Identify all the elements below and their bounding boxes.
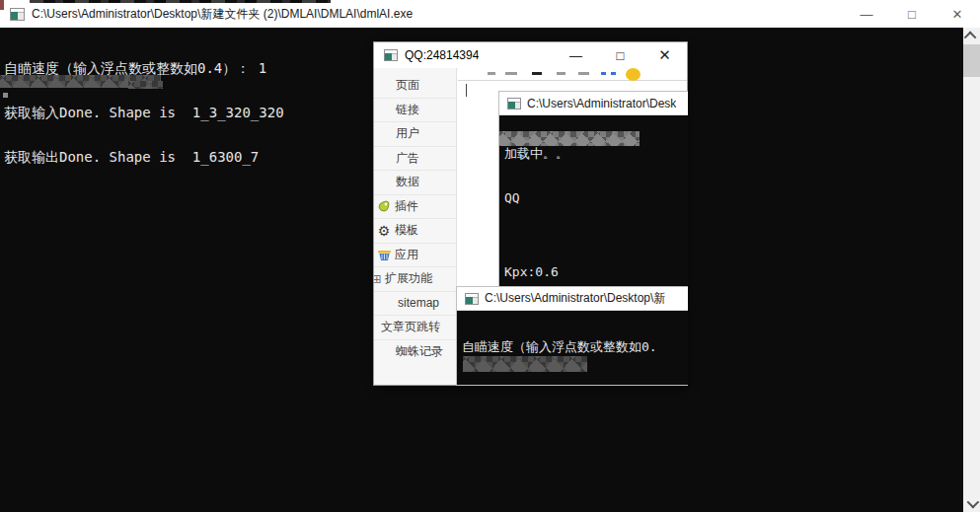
console-line: Kpx:0.6 bbox=[504, 264, 599, 279]
sidebar-item-templates[interactable]: ⚙ 模板 bbox=[374, 219, 456, 244]
yellow-status-icon bbox=[626, 68, 641, 81]
clipped-toolbar-strip bbox=[458, 68, 687, 81]
toolbar-fragment bbox=[505, 72, 517, 75]
sidebar-item-label: 页面 bbox=[396, 77, 419, 94]
console2-titlebar[interactable]: C:\Users\Administrator\Desktop\新 bbox=[457, 287, 688, 311]
sidebar-item-sitemap[interactable]: sitemap bbox=[374, 292, 456, 317]
text-caret bbox=[466, 84, 467, 97]
sidebar-item-label: 用户 bbox=[396, 125, 419, 142]
chevron-up-icon bbox=[964, 32, 977, 44]
console1-titlebar[interactable]: C:\Users\Administrator\Desk bbox=[499, 92, 688, 115]
sidebar-item-label: 广告 bbox=[396, 150, 419, 167]
toolbar-fragment-blue bbox=[601, 72, 606, 75]
chevron-down-icon bbox=[967, 496, 980, 509]
sidebar-item-label: 数据 bbox=[396, 174, 419, 190]
console2-output: 自瞄速度（输入浮点数或整数如0. 获取输入Done. Shape is 1_3_… bbox=[462, 310, 683, 386]
console-window-icon bbox=[507, 98, 521, 110]
qq-window-titlebar[interactable]: QQ:24814394 — □ ✕ bbox=[374, 42, 687, 69]
qq-window-title: QQ:24814394 bbox=[405, 48, 479, 62]
background-window-artifact-red bbox=[0, 0, 4, 10]
minimize-button[interactable]: — bbox=[844, 0, 889, 28]
window-icon bbox=[384, 49, 398, 61]
maximize-button[interactable]: □ bbox=[889, 0, 935, 28]
close-button[interactable]: ✕ bbox=[642, 42, 687, 68]
redacted-text bbox=[128, 81, 163, 89]
console1-title: C:\Users\Administrator\Desk bbox=[527, 97, 676, 110]
console-cursor bbox=[3, 93, 8, 98]
scrollbar-thumb[interactable] bbox=[963, 44, 980, 77]
extension-icon: ⊞ bbox=[374, 271, 382, 287]
sidebar-item-plugins[interactable]: 插件 bbox=[374, 195, 456, 220]
sidebar-item-label: 链接 bbox=[396, 102, 419, 118]
main-window-title: C:\Users\Administrator\Desktop\新建文件夹 (2)… bbox=[32, 6, 413, 23]
sidebar-item-label: 应用 bbox=[395, 247, 418, 263]
sidebar-item-apps[interactable]: 应用 bbox=[374, 244, 456, 268]
toolbar-fragment bbox=[578, 72, 589, 75]
sidebar-item-label: sitemap bbox=[398, 296, 439, 310]
console-line: 获取输入Done. Shape is 1_3_320_320 bbox=[4, 106, 284, 120]
desktop-screen: C:\Users\Administrator\Desktop\新建文件夹 (2)… bbox=[0, 0, 980, 512]
gear-icon: ⚙ bbox=[376, 223, 392, 239]
minimize-button[interactable]: — bbox=[554, 42, 598, 68]
sidebar-item-label: 扩展功能 bbox=[385, 270, 432, 287]
console-line: 加载中。。 bbox=[504, 146, 599, 161]
redacted-text bbox=[499, 131, 640, 146]
sidebar-item-extensions[interactable]: ⊞ 扩展功能 bbox=[374, 267, 456, 292]
sidebar-item-spider-log[interactable]: 蜘蛛记录 bbox=[374, 340, 456, 365]
toolbar-fragment-blue bbox=[611, 72, 616, 75]
qq-window-controls: — □ ✕ bbox=[554, 42, 687, 68]
console-window-1: C:\Users\Administrator\Desk 加载中。。 QQ Kpx… bbox=[498, 91, 688, 303]
scroll-down-button[interactable] bbox=[963, 495, 980, 512]
sidebar-item-label: 模板 bbox=[395, 222, 418, 239]
toolbar-fragment bbox=[532, 72, 542, 75]
console-line: 获取输入Done. Shape is 1_3_32 bbox=[462, 384, 683, 386]
main-window-controls: — □ ✕ bbox=[844, 0, 980, 28]
close-button[interactable]: ✕ bbox=[935, 0, 980, 28]
main-console-titlebar[interactable]: C:\Users\Administrator\Desktop\新建文件夹 (2)… bbox=[0, 0, 980, 28]
console-window-icon bbox=[465, 293, 479, 305]
maximize-button[interactable]: □ bbox=[598, 42, 642, 68]
background-window-artifact bbox=[30, 0, 331, 3]
main-window-scrollbar[interactable] bbox=[963, 28, 980, 512]
sidebar-item-ads[interactable]: 广告 bbox=[374, 147, 456, 172]
toolbar-fragment bbox=[488, 72, 495, 75]
app-icon bbox=[376, 247, 392, 262]
sidebar-item-label: 蜘蛛记录 bbox=[396, 343, 443, 360]
redacted-text bbox=[463, 356, 587, 372]
scroll-up-button[interactable] bbox=[963, 28, 980, 44]
console-line: QQ bbox=[504, 190, 599, 205]
console-window-2: C:\Users\Administrator\Desktop\新 自瞄速度（输入… bbox=[456, 286, 688, 386]
sidebar-item-data[interactable]: 数据 bbox=[374, 171, 456, 195]
sidebar-item-users[interactable]: 用户 bbox=[374, 122, 456, 147]
sidebar-item-pages[interactable]: 页面 bbox=[374, 74, 456, 99]
toolbar-fragment bbox=[557, 72, 565, 75]
sidebar-item-label: 文章页跳转 bbox=[381, 319, 440, 335]
sidebar-item-article-redirect[interactable]: 文章页跳转 bbox=[374, 316, 456, 340]
console-line: 获取输出Done. Shape is 1_6300_7 bbox=[4, 150, 284, 165]
sidebar-item-label: 插件 bbox=[395, 198, 418, 215]
console-window-icon bbox=[10, 8, 25, 21]
console-output-text: 自瞄速度（输入浮点数或整数如0.4）： 1 获取输入Done. Shape is… bbox=[4, 32, 284, 194]
sidebar-item-links[interactable]: 链接 bbox=[374, 99, 456, 123]
plugin-icon bbox=[376, 198, 392, 214]
console-line: 自瞄速度（输入浮点数或整数如0.4）： 1 bbox=[4, 61, 284, 76]
console-line: 自瞄速度（输入浮点数或整数如0. bbox=[462, 339, 683, 354]
qq-sidebar-menu: 页面 链接 用户 广告 数据 插件 ⚙ 模板 bbox=[374, 68, 457, 385]
console2-title: C:\Users\Administrator\Desktop\新 bbox=[485, 290, 665, 307]
